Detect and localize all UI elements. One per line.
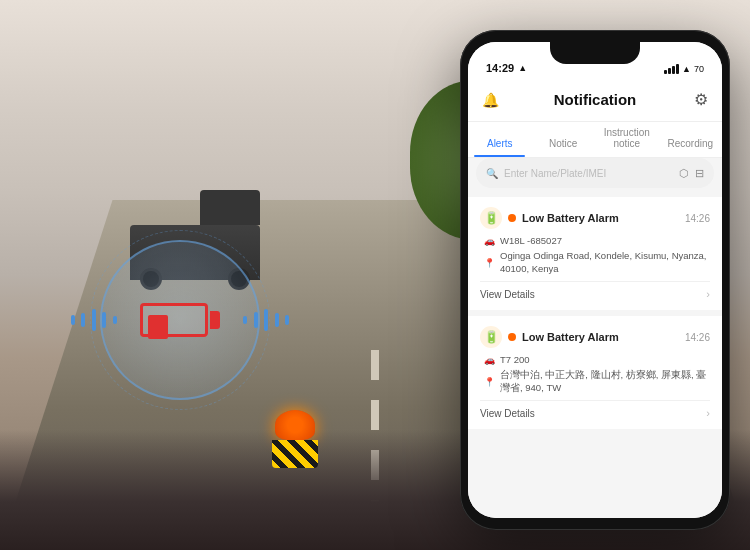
alert-icon-1: 🔋: [480, 207, 502, 229]
alert-title-1: Low Battery Alarm: [522, 212, 619, 224]
wifi-icon: ▲: [682, 64, 691, 74]
wave-bar: [264, 309, 268, 331]
location-icon-2: 📍: [484, 377, 495, 387]
view-details-arrow-2: ›: [706, 407, 710, 419]
phone-frame: 14:29 ▲ ▲ 70 🔔: [460, 30, 730, 530]
settings-icon[interactable]: ⚙: [694, 90, 708, 109]
beacon-light: [275, 410, 315, 440]
signal-bar-4: [676, 64, 679, 74]
alert-card-1-header: 🔋 Low Battery Alarm 14:26: [480, 207, 710, 229]
phone-container: 14:29 ▲ ▲ 70 🔔: [460, 30, 730, 530]
alert-location-row-2: 📍 台灣中泊, 中正大路, 隆山村, 枋寮鄉, 屏東縣, 臺灣省, 940, T…: [480, 369, 710, 394]
app-header: 🔔 Notification ⚙: [468, 78, 722, 122]
tab-recording[interactable]: Recording: [659, 138, 723, 157]
wave-bar: [243, 316, 247, 324]
search-action-icons: ⬡ ⊟: [679, 167, 704, 180]
tab-alerts-label: Alerts: [487, 138, 513, 149]
alert-time-1: 14:26: [685, 213, 710, 224]
status-time: 14:29 ▲: [486, 62, 527, 74]
phone-notch: [550, 42, 640, 64]
header-title: Notification: [554, 91, 637, 108]
wave-bar: [102, 312, 106, 328]
alert-time-2: 14:26: [685, 332, 710, 343]
sound-wave-right: [242, 309, 290, 331]
phone-screen: 14:29 ▲ ▲ 70 🔔: [468, 42, 722, 518]
wave-bar: [254, 312, 258, 328]
alert-title-row-2: 🔋 Low Battery Alarm: [480, 326, 619, 348]
wave-bar: [71, 315, 75, 325]
search-bar[interactable]: 🔍 Enter Name/Plate/IMEI ⬡ ⊟: [476, 158, 714, 188]
filter-icon[interactable]: ⊟: [695, 167, 704, 180]
location-icon-1: 📍: [484, 258, 495, 268]
battery-alert-icon-2: 🔋: [484, 330, 499, 344]
view-details-row-2[interactable]: View Details ›: [480, 400, 710, 419]
search-placeholder-text: Enter Name/Plate/IMEI: [504, 168, 673, 179]
battery-fill: [148, 315, 168, 339]
alert-card-2: 🔋 Low Battery Alarm 14:26 🚗 T7 200 📍: [468, 316, 722, 429]
alert-card-1: 🔋 Low Battery Alarm 14:26 🚗 W18L -685027…: [468, 197, 722, 310]
alert-location-1: Oginga Odinga Road, Kondele, Kisumu, Nya…: [500, 250, 710, 275]
alert-unread-dot-2: [508, 333, 516, 341]
alert-card-2-header: 🔋 Low Battery Alarm 14:26: [480, 326, 710, 348]
wave-bar: [285, 315, 289, 325]
view-details-label-2: View Details: [480, 408, 535, 419]
warning-beacon: [270, 410, 320, 470]
alert-location-row-1: 📍 Oginga Odinga Road, Kondele, Kisumu, N…: [480, 250, 710, 275]
signal-bar-2: [668, 68, 671, 74]
battery-terminal: [210, 311, 220, 329]
status-icons: ▲ 70: [664, 64, 704, 74]
signal-bars: [664, 64, 679, 74]
truck-cab: [200, 190, 260, 225]
wave-bar: [92, 309, 96, 331]
alert-vehicle-2: T7 200: [500, 354, 530, 366]
app-tabs: Alerts Notice Instruction notice Recordi…: [468, 122, 722, 158]
view-details-row-1[interactable]: View Details ›: [480, 281, 710, 300]
alert-unread-dot-1: [508, 214, 516, 222]
battery-body: [140, 303, 208, 337]
battery-icon: [140, 299, 220, 341]
wave-bar: [113, 316, 117, 324]
beacon-stripe: [272, 440, 318, 468]
alert-title-2: Low Battery Alarm: [522, 331, 619, 343]
alert-vehicle-row-2: 🚗 T7 200: [480, 354, 710, 366]
alert-circle-container: [100, 240, 260, 400]
scan-icon[interactable]: ⬡: [679, 167, 689, 180]
tab-alerts[interactable]: Alerts: [468, 138, 532, 157]
alert-vehicle-row-1: 🚗 W18L -685027: [480, 235, 710, 247]
tab-instruction-notice-label: Instruction notice: [604, 127, 650, 149]
alert-vehicle-1: W18L -685027: [500, 235, 562, 247]
battery-level-display: 70: [694, 64, 704, 74]
view-details-arrow-1: ›: [706, 288, 710, 300]
time-display: 14:29: [486, 62, 514, 74]
battery-percent: 70: [694, 64, 704, 74]
signal-bar-1: [664, 70, 667, 74]
view-details-label-1: View Details: [480, 289, 535, 300]
vehicle-icon-2: 🚗: [484, 355, 495, 365]
wave-bar: [81, 313, 85, 327]
sound-wave-left: [70, 309, 118, 331]
alert-title-row-1: 🔋 Low Battery Alarm: [480, 207, 619, 229]
location-arrow-icon: ▲: [518, 63, 527, 73]
battery-alert-icon: 🔋: [484, 211, 499, 225]
notification-icon: 🔔: [482, 92, 499, 108]
signal-bar-3: [672, 66, 675, 74]
wave-bar: [275, 313, 279, 327]
tab-notice[interactable]: Notice: [532, 138, 596, 157]
vehicle-icon-1: 🚗: [484, 236, 495, 246]
search-icon: 🔍: [486, 168, 498, 179]
alert-location-2: 台灣中泊, 中正大路, 隆山村, 枋寮鄉, 屏東縣, 臺灣省, 940, TW: [500, 369, 710, 394]
tab-recording-label: Recording: [667, 138, 713, 149]
alerts-list: 🔋 Low Battery Alarm 14:26 🚗 W18L -685027…: [468, 197, 722, 518]
tab-instruction-notice[interactable]: Instruction notice: [595, 127, 659, 157]
alert-icon-2: 🔋: [480, 326, 502, 348]
tab-notice-label: Notice: [549, 138, 577, 149]
